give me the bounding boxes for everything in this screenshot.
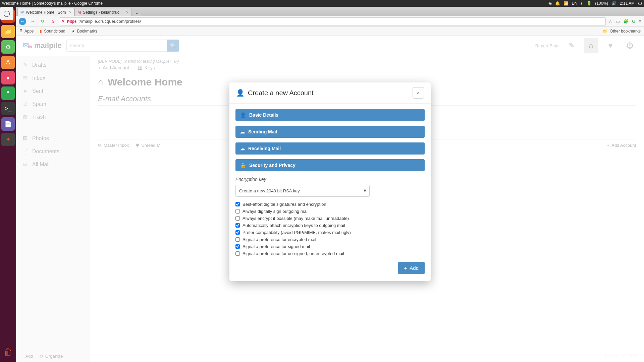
checkbox-label: Signal a preference for un-signed, un-en… [243, 251, 344, 256]
wifi-icon[interactable]: 📶 [564, 1, 569, 6]
acc-section-sending[interactable]: ☁Sending Mail [235, 126, 425, 138]
launcher-settings-icon[interactable]: ⚙ [1, 40, 15, 54]
home-button[interactable]: ⌂ [49, 18, 56, 25]
launcher-chrome-icon[interactable]: ◯ [0, 7, 13, 20]
tab-favicon: M [77, 10, 81, 15]
bookmarks-bar: ⠿Apps ▮Soundcloud ★Bookmarks 📁Other book… [16, 27, 644, 36]
security-option-1[interactable]: Always digitally sign outgoing mail [235, 208, 425, 215]
clock[interactable]: 2:11 AM [620, 1, 635, 6]
checkbox[interactable] [235, 237, 240, 242]
battery-text: (100%) [595, 1, 608, 6]
security-option-7[interactable]: Signal a preference for un-signed, un-en… [235, 250, 425, 257]
new-tab-button[interactable]: ▸ [133, 10, 141, 16]
tab-strip: ✉ Welcome Home | Som × M Settings - kell… [16, 7, 644, 16]
chrome-menu-icon[interactable]: ≡ [639, 19, 641, 24]
add-button[interactable]: +Add [398, 262, 425, 274]
security-option-3[interactable]: Automatically attach encryption keys to … [235, 222, 425, 229]
url-toolbar: ← → ⟳ ⌂ ✕ https ://mailpile.drucquer.com… [16, 16, 644, 27]
checkbox[interactable] [235, 202, 240, 206]
soundcloud-bookmark[interactable]: ▮Soundcloud [40, 29, 65, 34]
checkbox-label: Always encrypt if possible (may make mai… [243, 216, 349, 221]
grammarly-icon[interactable]: G [632, 19, 635, 24]
reload-button[interactable]: ⟳ [39, 18, 46, 25]
tab-favicon: ✉ [20, 10, 24, 15]
notification-icon[interactable]: 🔔 [555, 1, 560, 6]
security-option-4[interactable]: Prefer compatibility (avoid PGP/MIME, ma… [235, 229, 425, 236]
chrome-tray-icon[interactable]: ◉ [548, 1, 552, 6]
modal-title: 👤 Create a new Account [236, 89, 314, 97]
soundcloud-icon: ▮ [40, 29, 42, 34]
browser-tab-1[interactable]: M Settings - kellandruc × [74, 8, 131, 16]
close-tab-icon[interactable]: × [69, 10, 71, 15]
cloud-up-icon: ☁ [240, 129, 245, 134]
browser-tab-0[interactable]: ✉ Welcome Home | Som × [17, 8, 74, 16]
checkbox[interactable] [235, 223, 240, 228]
url-protocol: https [67, 19, 76, 24]
url-text: ://mailpile.drucquer.com/profiles/ [78, 19, 141, 24]
checkbox[interactable] [235, 244, 240, 249]
apps-grid-icon: ⠿ [19, 29, 22, 34]
person-icon: 👤 [240, 112, 246, 118]
language-indicator[interactable]: En [572, 1, 577, 6]
launcher-terminal-icon[interactable]: >_ [1, 102, 15, 115]
checkbox[interactable] [235, 209, 240, 214]
security-option-0[interactable]: Best-effort digital signatures and encry… [235, 201, 425, 208]
lock-icon: 🔒 [240, 163, 246, 168]
star-bookmark-icon[interactable]: ☆ [608, 19, 612, 24]
cast-icon[interactable]: ▭ [616, 19, 620, 24]
launcher-text-icon[interactable]: 📄 [1, 117, 15, 131]
checkbox[interactable] [235, 230, 240, 235]
ssl-warning-icon: ✕ [61, 19, 65, 24]
checkbox[interactable] [235, 216, 240, 221]
ubuntu-launcher: ◉ ◯ 📁 ⚙ A ● ❝ >_ 📄 ✦ 🗑 [0, 7, 16, 362]
close-tab-icon[interactable]: × [126, 10, 128, 15]
system-menu-bar: Welcome Home | Somebody's mailpile - Goo… [0, 0, 644, 7]
acc-section-basic[interactable]: 👤Basic Details [235, 109, 425, 121]
forward-button[interactable]: → [29, 18, 36, 25]
bluetooth-icon[interactable]: ∗ [580, 1, 583, 6]
checkbox-label: Automatically attach encryption keys to … [243, 223, 345, 228]
checkbox[interactable] [235, 251, 240, 256]
other-bookmarks[interactable]: 📁Other bookmarks [603, 29, 641, 34]
security-option-6[interactable]: Signal a preference for signed mail [235, 243, 425, 250]
launcher-software-icon[interactable]: A [1, 56, 15, 69]
encryption-key-label: Encryption key [235, 177, 425, 182]
launcher-files-icon[interactable]: 📁 [1, 25, 15, 38]
bookmarks-folder[interactable]: ★Bookmarks [71, 29, 97, 34]
launcher-app9-icon[interactable]: ✦ [1, 133, 15, 146]
checkbox-label: Signal a preference for encrypted mail [243, 237, 316, 242]
back-button[interactable]: ← [19, 18, 26, 25]
person-icon: 👤 [236, 89, 245, 97]
modal-close-button[interactable]: × [413, 87, 424, 99]
tab-title: Welcome Home | Som [26, 10, 66, 15]
checkbox-label: Signal a preference for signed mail [243, 244, 310, 249]
apps-bookmark[interactable]: ⠿Apps [19, 29, 34, 34]
address-bar[interactable]: ✕ https ://mailpile.drucquer.com/profile… [59, 17, 606, 25]
session-icon[interactable]: ⏻ [638, 1, 642, 6]
plus-icon: + [404, 265, 407, 271]
launcher-app5-icon[interactable]: ● [1, 71, 15, 84]
security-option-2[interactable]: Always encrypt if possible (may make mai… [235, 215, 425, 222]
launcher-hangouts-icon[interactable]: ❝ [1, 86, 15, 100]
launcher-trash-icon[interactable]: 🗑 [1, 345, 15, 359]
system-tray: ◉ 🔔 📶 En ∗ 🔋 (100%) 🔊 2:11 AM ⏻ [548, 1, 642, 6]
create-account-modal: 👤 Create a new Account × 👤Basic Details … [229, 82, 431, 281]
chrome-window: ✉ Welcome Home | Som × M Settings - kell… [16, 7, 644, 362]
tab-title: Settings - kellandruc [83, 10, 119, 15]
security-option-5[interactable]: Signal a preference for encrypted mail [235, 236, 425, 243]
extension-icon[interactable]: 🧩 [623, 19, 629, 24]
volume-icon[interactable]: 🔊 [611, 1, 616, 6]
checkbox-label: Prefer compatibility (avoid PGP/MIME, ma… [243, 230, 351, 235]
cloud-down-icon: ☁ [240, 146, 245, 151]
acc-section-security[interactable]: 🔒Security and Privacy [235, 159, 425, 171]
close-icon: × [417, 90, 420, 96]
encryption-key-select[interactable]: Create a new 2048 bit RSA key [235, 185, 370, 197]
folder-icon: 📁 [603, 29, 608, 34]
checkbox-label: Best-effort digital signatures and encry… [243, 202, 326, 207]
checkbox-label: Always digitally sign outgoing mail [243, 209, 309, 214]
battery-icon[interactable]: 🔋 [587, 1, 592, 6]
acc-section-receiving[interactable]: ☁Receiving Mail [235, 142, 425, 155]
star-icon: ★ [71, 29, 75, 34]
window-title: Welcome Home | Somebody's mailpile - Goo… [2, 1, 103, 6]
